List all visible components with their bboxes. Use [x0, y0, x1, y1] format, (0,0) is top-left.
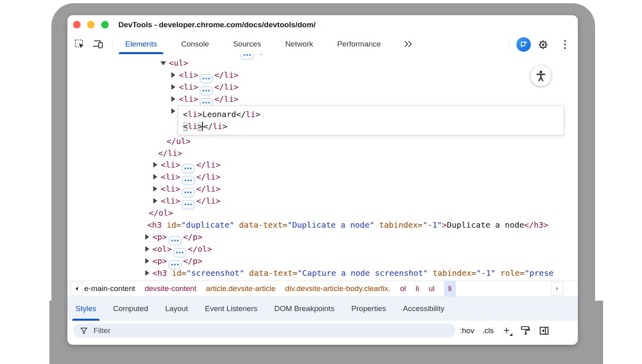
syntax-token: data-text= [249, 268, 297, 278]
dom-row[interactable]: </ul> [67, 135, 578, 147]
dom-row[interactable]: <p></p> [67, 231, 578, 243]
syntax-token: data-text= [239, 220, 287, 230]
edit-line[interactable]: <li></li> [183, 120, 564, 132]
expand-closed-icon[interactable] [153, 174, 157, 180]
tab-sources[interactable]: Sources [226, 34, 268, 54]
breadcrumb-item[interactable]: div.devsite-article-body.clearfix. [285, 281, 390, 296]
expand-closed-icon[interactable] [145, 258, 149, 264]
syntax-token: <li> [179, 94, 198, 104]
zoom-window-button[interactable] [101, 21, 109, 28]
breadcrumb-item[interactable]: li [416, 281, 419, 296]
dom-row[interactable]: <li></li> [67, 195, 578, 207]
breadcrumb-item[interactable]: e-main-content [84, 281, 135, 296]
expand-closed-icon[interactable] [171, 72, 175, 78]
breadcrumb-item[interactable]: devsite-content [145, 281, 197, 296]
inspect-icon[interactable] [74, 38, 85, 50]
dom-row[interactable]: <li></li> [67, 81, 578, 93]
gear-icon [538, 39, 549, 50]
more-menu-icon[interactable] [560, 39, 570, 50]
expand-closed-icon[interactable] [171, 108, 175, 114]
syntax-token: Duplicate a node [447, 220, 524, 230]
syntax-token: </ [236, 109, 246, 119]
syntax-token: role= [500, 268, 524, 278]
tab-accessibility[interactable]: Accessibility [403, 297, 444, 321]
dom-row[interactable]: <li></li> [67, 171, 578, 183]
tab-event-listeners[interactable]: Event Listeners [205, 297, 257, 321]
syntax-token: <li> [161, 196, 180, 206]
tab-computed[interactable]: Computed [113, 297, 148, 321]
breadcrumb-item[interactable]: ol [400, 281, 406, 296]
expand-closed-icon[interactable] [153, 198, 157, 204]
settings-gear-icon[interactable] [537, 39, 549, 50]
styles-filter-input[interactable] [93, 326, 415, 336]
syntax-token: <h3 [152, 268, 172, 278]
close-window-button[interactable] [73, 21, 81, 28]
tab-elements[interactable]: Elements [118, 34, 164, 54]
more-tabs-icon[interactable] [403, 40, 413, 50]
element-classes-button[interactable]: .cls [482, 326, 494, 335]
device-toolbar-icon[interactable] [92, 38, 104, 50]
expand-closed-icon[interactable] [153, 186, 157, 192]
syntax-token: < [183, 121, 188, 131]
dom-row[interactable]: </ol> [67, 207, 578, 219]
title-bar: DevTools - developer.chrome.com/docs/dev… [67, 15, 578, 35]
syntax-token: <p> [152, 256, 167, 266]
dom-row[interactable]: <li></li> [67, 159, 578, 171]
toolbar-right-divider [509, 38, 509, 51]
expand-closed-icon[interactable] [145, 246, 149, 252]
breadcrumb-item[interactable]: li [444, 281, 455, 296]
syntax-token: "prese [524, 268, 553, 278]
tab-console[interactable]: Console [174, 34, 216, 54]
ai-assistant-icon[interactable] [516, 37, 531, 52]
filter-pill[interactable] [73, 324, 455, 338]
edit-box[interactable]: <li>Leonard</li> <li></li> [178, 105, 564, 135]
tab-properties[interactable]: Properties [351, 297, 386, 321]
edit-line[interactable]: <li>Leonard</li> [183, 108, 564, 120]
dom-row[interactable]: </li> [67, 147, 578, 159]
tab-styles[interactable]: Styles [75, 297, 96, 321]
dom-row[interactable]: <p></p> [67, 255, 578, 267]
breadcrumb-item[interactable]: ul [429, 281, 435, 296]
dom-tree[interactable]: <li>Leonard</li> <li></li> <li></li><ul>… [67, 54, 578, 281]
tab-network[interactable]: Network [278, 34, 321, 54]
breadcrumb-scroll-left-button[interactable] [71, 282, 83, 295]
minimize-window-button[interactable] [87, 21, 95, 28]
syntax-token: </h3> [524, 220, 548, 230]
expand-open-icon[interactable] [160, 61, 166, 65]
toggle-element-state-button[interactable]: :hov [460, 326, 474, 335]
new-style-rule-button[interactable]: + [502, 325, 511, 336]
dom-row[interactable]: <ol></ol> [67, 243, 578, 255]
expand-closed-icon[interactable] [171, 96, 175, 102]
tab-layout[interactable]: Layout [165, 297, 188, 321]
dom-row[interactable]: <li></li> [67, 93, 578, 105]
breadcrumb-item[interactable]: article.devsite-article [206, 281, 276, 296]
dom-row[interactable]: <li></li> [67, 69, 578, 81]
dom-row[interactable]: <h3 id="duplicate" data-text="Duplicate … [67, 219, 578, 231]
rendering-emulations-brush-icon[interactable] [519, 325, 530, 336]
toolbar-divider [112, 38, 113, 51]
dom-row[interactable]: <ul> [67, 57, 578, 69]
syntax-token: li [188, 121, 197, 131]
panel-tabs: Elements Console Sources Network Perform… [118, 34, 388, 54]
accessibility-widget-button[interactable] [530, 65, 551, 86]
syntax-token: > [197, 121, 202, 131]
syntax-token: > [442, 220, 447, 230]
expand-closed-icon[interactable] [153, 162, 157, 168]
tab-dom-breakpoints[interactable]: DOM Breakpoints [274, 297, 334, 321]
syntax-token: <ul> [169, 58, 188, 68]
syntax-token: "-1" [476, 268, 500, 278]
expand-closed-icon[interactable] [171, 84, 175, 90]
syntax-token: </li> [196, 184, 220, 194]
dom-row[interactable]: <li></li> [67, 183, 578, 195]
breadcrumb-scroll-right-button[interactable] [551, 282, 563, 295]
expand-closed-icon[interactable] [145, 234, 149, 240]
tab-performance[interactable]: Performance [330, 34, 388, 54]
devtools-toolbar: Elements Console Sources Network Perform… [67, 34, 578, 55]
syntax-token: </p> [183, 256, 202, 266]
sidebar-tabs: Styles Computed Layout Event Listeners D… [67, 297, 578, 321]
syntax-token: Leonard [202, 109, 236, 119]
toggle-sidebar-panel-icon[interactable] [538, 325, 550, 336]
expand-closed-icon[interactable] [145, 270, 149, 276]
dom-row[interactable]: <h3 id="screenshot" data-text="Capture a… [67, 267, 578, 279]
syntax-token: </li> [196, 172, 220, 182]
